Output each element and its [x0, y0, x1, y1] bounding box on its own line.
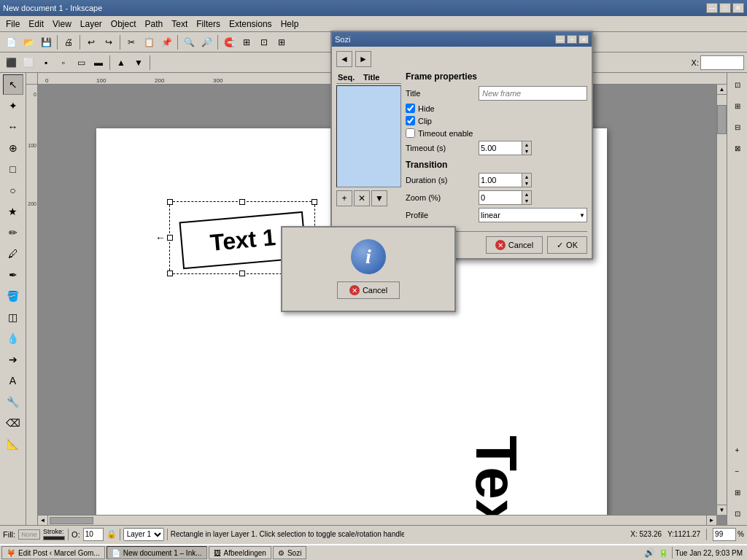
- menu-file[interactable]: File: [1, 18, 24, 31]
- zoom-input[interactable]: [713, 528, 736, 541]
- rt-btn-3[interactable]: ⊟: [727, 117, 748, 137]
- snap-bottom-btn[interactable]: −: [727, 461, 748, 481]
- rt-snap-btn[interactable]: ⊡: [727, 503, 748, 524]
- lower-btn[interactable]: ▼: [131, 55, 147, 71]
- zoom-input-sozi[interactable]: [479, 190, 522, 205]
- text-tool[interactable]: A: [3, 370, 23, 391]
- hide-check-label[interactable]: Hide: [406, 104, 435, 113]
- spray-tool[interactable]: 🔧: [3, 392, 23, 412]
- taskbar-inkscape[interactable]: 📄 New document 1 – Ink...: [107, 546, 207, 559]
- new-btn[interactable]: 📄: [3, 34, 19, 50]
- scroll-thumb-h[interactable]: [50, 517, 93, 524]
- title-prop-input[interactable]: [479, 86, 587, 101]
- menu-text[interactable]: Text: [167, 18, 192, 31]
- star-tool[interactable]: ★: [3, 201, 23, 222]
- undo-btn[interactable]: ↩: [83, 34, 99, 50]
- menu-view[interactable]: View: [48, 18, 76, 31]
- save-btn[interactable]: 💾: [38, 34, 54, 50]
- sozi-forward-btn[interactable]: ►: [355, 51, 371, 67]
- group-btn[interactable]: ⊡: [256, 34, 272, 50]
- zoom-tool[interactable]: ⊕: [3, 138, 23, 158]
- sozi-title-bar[interactable]: Sozi — + ✕: [332, 32, 592, 47]
- grid-btn[interactable]: ⊞: [239, 34, 255, 50]
- menu-edit[interactable]: Edit: [24, 18, 48, 31]
- connector-tool[interactable]: ➔: [3, 349, 23, 370]
- handle-tc[interactable]: [239, 199, 245, 205]
- calligraphy-tool[interactable]: ✒: [3, 265, 23, 285]
- fill-color-box[interactable]: None: [18, 529, 40, 540]
- add-frame-btn[interactable]: +: [336, 190, 352, 206]
- rt-btn-4[interactable]: ⊠: [727, 138, 748, 158]
- pen-tool[interactable]: 🖊: [3, 244, 23, 264]
- align-left-btn[interactable]: ⬛: [3, 55, 19, 71]
- rect-tool[interactable]: □: [3, 159, 23, 179]
- zoom-in-btn[interactable]: 🔍: [181, 34, 197, 50]
- align-center-btn[interactable]: ⬜: [20, 55, 36, 71]
- stroke-color-box[interactable]: [43, 536, 65, 540]
- dist-h-btn[interactable]: ▭: [73, 55, 89, 71]
- duration-up[interactable]: ▲: [522, 174, 531, 180]
- paint-bucket-tool[interactable]: 🪣: [3, 286, 23, 306]
- rt-btn-2[interactable]: ⊞: [727, 96, 748, 116]
- dist-v-btn[interactable]: ▬: [90, 55, 107, 71]
- handle-tl[interactable]: [167, 199, 173, 205]
- circle-tool[interactable]: ○: [3, 180, 23, 201]
- clip-check-label[interactable]: Clip: [406, 116, 432, 125]
- frame-list-content[interactable]: [336, 85, 401, 187]
- zoom-out-btn[interactable]: 🔎: [198, 34, 214, 50]
- opacity-input[interactable]: [83, 528, 104, 541]
- taskbar-sozi[interactable]: ⚙ Sozi: [273, 546, 306, 559]
- cut-btn[interactable]: ✂: [123, 34, 139, 50]
- select-tool[interactable]: ↖: [3, 74, 23, 95]
- layer-select[interactable]: Layer 1: [123, 528, 164, 541]
- rt-grid-btn[interactable]: ⊞: [727, 482, 748, 502]
- timeout-s-input[interactable]: [479, 141, 522, 155]
- align-right-btn[interactable]: ▪: [38, 55, 54, 71]
- timeout-s-down[interactable]: ▼: [522, 148, 531, 155]
- sozi-minimize-btn[interactable]: —: [555, 35, 565, 44]
- scroll-down-btn[interactable]: ▼: [717, 505, 727, 515]
- bottom-scrollbar[interactable]: ◄ ►: [38, 515, 716, 525]
- hide-checkbox[interactable]: [406, 104, 415, 113]
- handle-ml[interactable]: [167, 235, 173, 241]
- handle-bl[interactable]: [167, 271, 173, 276]
- menu-extensions[interactable]: Extensions: [225, 18, 276, 31]
- raise-btn[interactable]: ▲: [113, 55, 129, 71]
- menu-help[interactable]: Help: [276, 18, 303, 31]
- sozi-ok-btn[interactable]: ✓ OK: [547, 236, 587, 254]
- rt-btn-1[interactable]: ⊡: [727, 74, 748, 95]
- clip-checkbox[interactable]: [406, 116, 415, 125]
- redo-btn[interactable]: ↪: [101, 34, 117, 50]
- handle-bc[interactable]: [239, 271, 245, 276]
- remove-frame-btn[interactable]: ✕: [354, 190, 370, 206]
- sozi-close-btn[interactable]: ✕: [578, 35, 589, 44]
- profile-select[interactable]: linear ▼: [479, 208, 587, 222]
- sozi-cancel-btn[interactable]: ✕ Cancel: [486, 236, 543, 254]
- duration-input[interactable]: [479, 173, 522, 187]
- minimize-button[interactable]: —: [706, 3, 718, 13]
- node-tool[interactable]: ✦: [3, 96, 23, 116]
- pencil-tool[interactable]: ✏: [3, 222, 23, 243]
- scroll-up-btn[interactable]: ▲: [717, 85, 727, 95]
- x-input[interactable]: 100.740: [700, 55, 744, 70]
- align-top-btn[interactable]: ▫: [55, 55, 71, 71]
- measure-tool[interactable]: 📐: [3, 434, 23, 454]
- menu-path[interactable]: Path: [141, 18, 168, 31]
- ungroup-btn[interactable]: ⊞: [274, 34, 290, 50]
- timeout-checkbox[interactable]: [406, 128, 415, 138]
- snap-btn[interactable]: 🧲: [221, 34, 237, 50]
- sozi-maximize-btn[interactable]: +: [567, 35, 577, 44]
- taskbar-firefox[interactable]: 🦊 Edit Post ‹ Marcel Gom...: [1, 546, 105, 559]
- paste-btn[interactable]: 📌: [158, 34, 174, 50]
- timeout-check-label[interactable]: Timeout enable: [406, 128, 473, 138]
- scroll-left-btn[interactable]: ◄: [38, 516, 48, 525]
- copy-btn[interactable]: 📋: [141, 34, 157, 50]
- open-btn[interactable]: 📂: [20, 34, 36, 50]
- menu-layer[interactable]: Layer: [76, 18, 107, 31]
- cancel-dialog-btn[interactable]: ✕ Cancel: [337, 281, 400, 299]
- timeout-s-up[interactable]: ▲: [522, 141, 531, 148]
- right-scrollbar[interactable]: ▲ ▼: [716, 85, 727, 515]
- duration-down[interactable]: ▼: [522, 180, 531, 187]
- eraser-tool[interactable]: ⌫: [3, 413, 23, 433]
- menu-object[interactable]: Object: [107, 18, 141, 31]
